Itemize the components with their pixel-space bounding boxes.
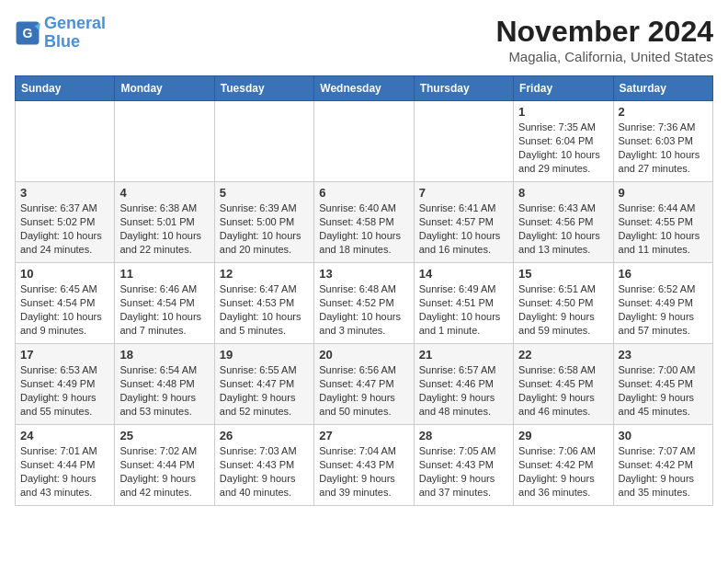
calendar-cell: 7Sunrise: 6:41 AMSunset: 4:57 PMDaylight… [414,182,513,263]
day-info: Sunset: 4:54 PM [119,296,209,310]
day-info: Sunset: 4:56 PM [518,215,608,229]
day-info: Daylight: 9 hours and 53 minutes. [119,391,209,419]
day-number: 20 [319,348,408,362]
day-info: Sunset: 4:48 PM [119,377,209,391]
calendar-cell: 19Sunrise: 6:55 AMSunset: 4:47 PMDayligh… [214,344,313,425]
day-info: Daylight: 9 hours and 45 minutes. [619,391,708,419]
day-info: Sunrise: 6:57 AM [419,363,508,377]
day-number: 21 [419,348,508,362]
day-info: Sunrise: 6:58 AM [518,363,608,377]
calendar-cell: 16Sunrise: 6:52 AMSunset: 4:49 PMDayligh… [613,263,712,344]
calendar-cell: 22Sunrise: 6:58 AMSunset: 4:45 PMDayligh… [514,344,613,425]
day-info: Sunset: 4:57 PM [419,215,508,229]
calendar-cell: 14Sunrise: 6:49 AMSunset: 4:51 PMDayligh… [414,263,513,344]
day-info: Sunrise: 6:53 AM [20,363,109,377]
day-info: Sunset: 4:52 PM [319,296,408,310]
day-info: Sunrise: 7:00 AM [619,363,708,377]
calendar-cell [115,101,214,182]
calendar-cell: 30Sunrise: 7:07 AMSunset: 4:42 PMDayligh… [613,425,712,506]
day-info: Daylight: 10 hours and 16 minutes. [419,229,508,257]
calendar-cell [414,101,513,182]
day-info: Sunrise: 6:38 AM [119,201,209,215]
calendar-cell: 8Sunrise: 6:43 AMSunset: 4:56 PMDaylight… [514,182,613,263]
weekday-header: Wednesday [314,76,414,101]
day-info: Sunset: 4:43 PM [220,458,309,472]
svg-text:G: G [23,25,33,40]
day-info: Sunset: 5:00 PM [220,215,309,229]
day-info: Sunrise: 6:37 AM [20,201,109,215]
day-info: Sunset: 4:51 PM [419,296,508,310]
calendar-week-row: 3Sunrise: 6:37 AMSunset: 5:02 PMDaylight… [16,182,713,263]
day-number: 6 [319,186,408,200]
day-info: Sunset: 4:53 PM [220,296,309,310]
day-info: Daylight: 9 hours and 35 minutes. [619,472,708,500]
calendar-cell: 24Sunrise: 7:01 AMSunset: 4:44 PMDayligh… [16,425,115,506]
calendar: SundayMondayTuesdayWednesdayThursdayFrid… [15,75,713,506]
day-info: Daylight: 9 hours and 50 minutes. [319,391,408,419]
day-number: 2 [619,105,708,119]
day-number: 24 [20,429,109,442]
day-info: Sunrise: 6:51 AM [518,282,608,296]
day-info: Daylight: 10 hours and 29 minutes. [518,148,608,176]
logo: G General Blue [15,15,106,52]
calendar-header: SundayMondayTuesdayWednesdayThursdayFrid… [16,76,713,101]
day-info: Sunrise: 7:04 AM [319,444,408,458]
day-info: Daylight: 9 hours and 52 minutes. [220,391,309,419]
day-info: Sunrise: 6:41 AM [419,201,508,215]
day-number: 14 [419,267,508,281]
calendar-cell: 5Sunrise: 6:39 AMSunset: 5:00 PMDaylight… [214,182,313,263]
day-info: Daylight: 10 hours and 24 minutes. [20,229,109,257]
day-number: 8 [518,186,608,200]
day-info: Sunrise: 7:01 AM [20,444,109,458]
day-info: Daylight: 9 hours and 59 minutes. [518,310,608,338]
calendar-cell: 10Sunrise: 6:45 AMSunset: 4:54 PMDayligh… [16,263,115,344]
calendar-cell: 13Sunrise: 6:48 AMSunset: 4:52 PMDayligh… [314,263,414,344]
day-info: Sunset: 4:54 PM [20,296,109,310]
calendar-body: 1Sunrise: 7:35 AMSunset: 6:04 PMDaylight… [16,101,713,506]
day-info: Sunset: 4:44 PM [119,458,209,472]
calendar-cell: 15Sunrise: 6:51 AMSunset: 4:50 PMDayligh… [514,263,613,344]
day-number: 25 [119,429,209,442]
day-info: Sunrise: 6:45 AM [20,282,109,296]
calendar-cell: 4Sunrise: 6:38 AMSunset: 5:01 PMDaylight… [115,182,214,263]
day-info: Sunset: 4:49 PM [20,377,109,391]
calendar-week-row: 17Sunrise: 6:53 AMSunset: 4:49 PMDayligh… [16,344,713,425]
day-number: 18 [119,348,209,362]
calendar-cell: 12Sunrise: 6:47 AMSunset: 4:53 PMDayligh… [214,263,313,344]
day-info: Sunrise: 6:47 AM [220,282,309,296]
calendar-week-row: 24Sunrise: 7:01 AMSunset: 4:44 PMDayligh… [16,425,713,506]
logo-text: General Blue [44,15,106,52]
day-info: Daylight: 10 hours and 7 minutes. [119,310,209,338]
day-info: Sunrise: 7:03 AM [220,444,309,458]
day-info: Daylight: 10 hours and 9 minutes. [20,310,109,338]
day-info: Daylight: 10 hours and 11 minutes. [619,229,708,257]
day-info: Daylight: 10 hours and 18 minutes. [319,229,408,257]
page-header: G General Blue November 2024 Magalia, Ca… [15,15,713,64]
day-info: Daylight: 9 hours and 46 minutes. [518,391,608,419]
day-info: Sunrise: 6:55 AM [220,363,309,377]
day-info: Sunset: 5:02 PM [20,215,109,229]
calendar-cell: 11Sunrise: 6:46 AMSunset: 4:54 PMDayligh… [115,263,214,344]
weekday-row: SundayMondayTuesdayWednesdayThursdayFrid… [16,76,713,101]
calendar-cell: 1Sunrise: 7:35 AMSunset: 6:04 PMDaylight… [514,101,613,182]
day-info: Sunset: 4:44 PM [20,458,109,472]
calendar-cell: 6Sunrise: 6:40 AMSunset: 4:58 PMDaylight… [314,182,414,263]
day-info: Sunset: 4:43 PM [319,458,408,472]
logo-icon: G [15,20,40,46]
day-number: 13 [319,267,408,281]
day-number: 7 [419,186,508,200]
day-number: 23 [619,348,708,362]
day-info: Sunrise: 6:40 AM [319,201,408,215]
day-number: 9 [619,186,708,200]
day-info: Daylight: 10 hours and 5 minutes. [220,310,309,338]
day-info: Sunset: 4:42 PM [518,458,608,472]
calendar-cell: 26Sunrise: 7:03 AMSunset: 4:43 PMDayligh… [214,425,313,506]
calendar-cell: 27Sunrise: 7:04 AMSunset: 4:43 PMDayligh… [314,425,414,506]
day-number: 27 [319,429,408,442]
day-info: Sunrise: 6:46 AM [119,282,209,296]
day-number: 16 [619,267,708,281]
day-number: 10 [20,267,109,281]
calendar-cell: 2Sunrise: 7:36 AMSunset: 6:03 PMDaylight… [613,101,712,182]
day-number: 26 [220,429,309,442]
day-info: Sunset: 4:46 PM [419,377,508,391]
